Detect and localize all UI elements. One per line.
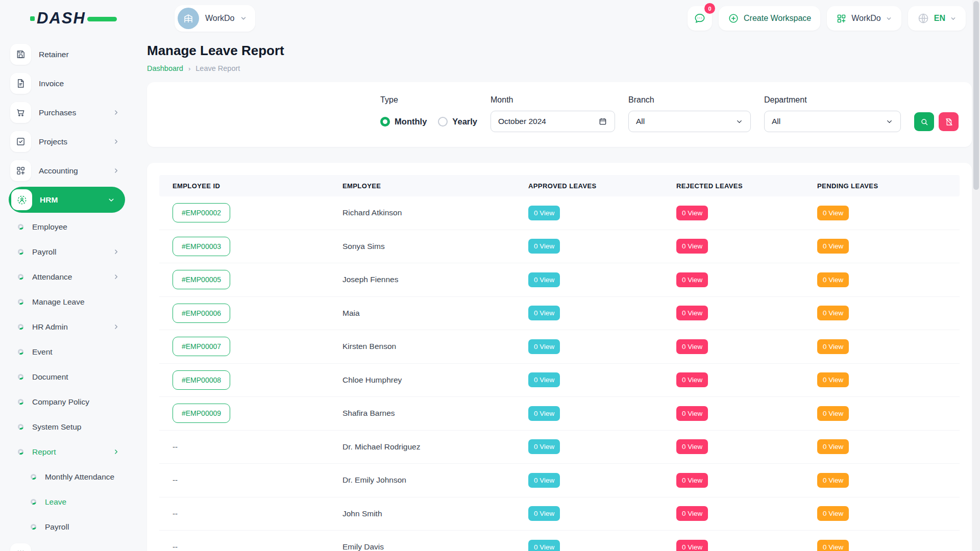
messages-button[interactable]: 0 xyxy=(688,6,712,31)
approved-leaves-badge[interactable]: 0 View xyxy=(528,272,560,287)
approved-leaves-badge[interactable]: 0 View xyxy=(528,372,560,387)
branch-select[interactable]: All xyxy=(628,111,751,132)
sidebar-item-company-policy[interactable]: Company Policy xyxy=(0,389,134,414)
sidebar-item-employee[interactable]: Employee xyxy=(0,214,134,239)
chevron-right-icon: › xyxy=(188,65,190,72)
sidebar-item-document[interactable]: Document xyxy=(0,364,134,389)
search-button[interactable] xyxy=(914,112,934,131)
employee-id-pill[interactable]: #EMP00002 xyxy=(173,203,230,222)
chevron-down-icon xyxy=(240,15,247,22)
sidebar-item-accounting[interactable]: Accounting xyxy=(0,156,134,185)
pending-leaves-badge[interactable]: 0 View xyxy=(817,306,849,320)
page-scrollbar[interactable] xyxy=(972,0,980,551)
logo-dash-bar xyxy=(87,17,117,21)
employee-id-pill[interactable]: #EMP00007 xyxy=(173,337,230,356)
sidebar-item-purchases[interactable]: Purchases xyxy=(0,98,134,127)
pending-leaves-badge[interactable]: 0 View xyxy=(817,473,849,488)
scrollbar-thumb[interactable] xyxy=(973,1,979,190)
sidebar-item-event[interactable]: Event xyxy=(0,339,134,364)
employee-name: Shafira Barnes xyxy=(342,409,528,418)
pending-leaves-badge[interactable]: 0 View xyxy=(817,239,849,254)
month-input[interactable]: October 2024 xyxy=(491,111,615,132)
rejected-leaves-badge[interactable]: 0 View xyxy=(676,339,708,354)
employee-id-empty: -- xyxy=(173,542,178,551)
employee-id-pill[interactable]: #EMP00003 xyxy=(173,237,230,256)
sidebar-item-label: System Setup xyxy=(32,422,82,432)
approved-leaves-badge[interactable]: 0 View xyxy=(528,306,560,320)
approved-leaves-badge[interactable]: 0 View xyxy=(528,406,560,421)
department-select[interactable]: All xyxy=(764,111,901,132)
chevron-right-icon xyxy=(113,167,119,174)
hrm-icon xyxy=(11,189,32,210)
pending-leaves-badge[interactable]: 0 View xyxy=(817,540,849,551)
sidebar-item-manage-leave[interactable]: Manage Leave xyxy=(0,289,134,314)
sidebar-item-label: Purchases xyxy=(39,108,76,117)
language-selector[interactable]: EN xyxy=(908,6,966,31)
rejected-leaves-badge[interactable]: 0 View xyxy=(676,439,708,454)
type-yearly-radio[interactable]: Yearly xyxy=(438,117,477,127)
rejected-leaves-badge[interactable]: 0 View xyxy=(676,372,708,387)
language-label: EN xyxy=(934,14,945,23)
calendar-icon xyxy=(598,117,607,126)
sidebar-item-payroll[interactable]: Payroll xyxy=(0,239,134,264)
main-content: Manage Leave Report Dashboard › Leave Re… xyxy=(147,43,972,551)
rejected-leaves-badge[interactable]: 0 View xyxy=(676,406,708,421)
create-workspace-button[interactable]: Create Workspace xyxy=(719,6,820,31)
type-filter-label: Type xyxy=(380,95,477,105)
sidebar-item-retainer[interactable]: Retainer xyxy=(0,40,134,69)
type-radio-row: Monthly Yearly xyxy=(380,111,477,132)
pending-leaves-badge[interactable]: 0 View xyxy=(817,206,849,220)
month-filter-group: Month October 2024 xyxy=(491,95,615,132)
workspace-switcher[interactable]: WorkDo xyxy=(827,6,901,31)
rejected-leaves-badge[interactable]: 0 View xyxy=(676,473,708,488)
rejected-leaves-badge[interactable]: 0 View xyxy=(676,540,708,551)
sidebar-item-projects[interactable]: Projects xyxy=(0,127,134,156)
sidebar-item-report[interactable]: Report xyxy=(0,439,134,464)
sidebar-item-invoice[interactable]: Invoice xyxy=(0,69,134,98)
bullet-icon xyxy=(18,299,23,305)
column-rejected-leaves: REJECTED LEAVES xyxy=(676,182,817,190)
rejected-leaves-badge[interactable]: 0 View xyxy=(676,306,708,320)
breadcrumb-dashboard-link[interactable]: Dashboard xyxy=(147,64,183,72)
pending-leaves-badge[interactable]: 0 View xyxy=(817,506,849,521)
table-row: --Dr. Michael Rodriguez0 View0 View0 Vie… xyxy=(159,431,960,464)
pending-leaves-badge[interactable]: 0 View xyxy=(817,272,849,287)
workspace-name: WorkDo xyxy=(205,14,235,23)
rejected-leaves-badge[interactable]: 0 View xyxy=(676,206,708,220)
sidebar-item-report-payroll[interactable]: Payroll xyxy=(0,514,134,539)
approved-leaves-badge[interactable]: 0 View xyxy=(528,439,560,454)
employee-name: Dr. Michael Rodriguez xyxy=(342,442,528,452)
approved-leaves-badge[interactable]: 0 View xyxy=(528,506,560,521)
approved-leaves-badge[interactable]: 0 View xyxy=(528,239,560,254)
column-approved-leaves: APPROVED LEAVES xyxy=(528,182,676,190)
pending-leaves-badge[interactable]: 0 View xyxy=(817,372,849,387)
sidebar-item-report-monthly-attendance[interactable]: Monthly Attendance xyxy=(0,464,134,489)
approved-leaves-badge[interactable]: 0 View xyxy=(528,339,560,354)
pending-leaves-badge[interactable]: 0 View xyxy=(817,406,849,421)
approved-leaves-badge[interactable]: 0 View xyxy=(528,540,560,551)
sidebar-item-report-leave[interactable]: Leave xyxy=(0,489,134,514)
approved-leaves-badge[interactable]: 0 View xyxy=(528,473,560,488)
pending-leaves-badge[interactable]: 0 View xyxy=(817,439,849,454)
rejected-leaves-badge[interactable]: 0 View xyxy=(676,239,708,254)
sidebar-item-system-setup[interactable]: System Setup xyxy=(0,414,134,439)
reset-filter-button[interactable] xyxy=(939,112,959,131)
sidebar-item-attendance[interactable]: Attendance xyxy=(0,264,134,289)
sidebar-item-hr-admin[interactable]: HR Admin xyxy=(0,314,134,339)
sidebar-item-pos[interactable]: POS xyxy=(0,539,134,551)
table-body: #EMP00002Richard Atkinson0 View0 View0 V… xyxy=(159,196,960,551)
sidebar-item-hrm[interactable]: HRM xyxy=(9,187,125,213)
employee-id-pill[interactable]: #EMP00006 xyxy=(173,304,230,323)
column-pending-leaves: PENDING LEAVES xyxy=(817,182,960,190)
workspace-selector[interactable]: WorkDo xyxy=(175,5,255,32)
approved-leaves-badge[interactable]: 0 View xyxy=(528,206,560,220)
employee-id-pill[interactable]: #EMP00005 xyxy=(173,270,230,289)
employee-id-pill[interactable]: #EMP00009 xyxy=(173,404,230,423)
rejected-leaves-badge[interactable]: 0 View xyxy=(676,506,708,521)
pending-leaves-badge[interactable]: 0 View xyxy=(817,339,849,354)
rejected-leaves-badge[interactable]: 0 View xyxy=(676,272,708,287)
sidebar-item-label: Monthly Attendance xyxy=(45,472,114,482)
accounting-icon xyxy=(10,160,31,181)
employee-id-pill[interactable]: #EMP00008 xyxy=(173,370,230,390)
type-monthly-radio[interactable]: Monthly xyxy=(380,117,427,127)
